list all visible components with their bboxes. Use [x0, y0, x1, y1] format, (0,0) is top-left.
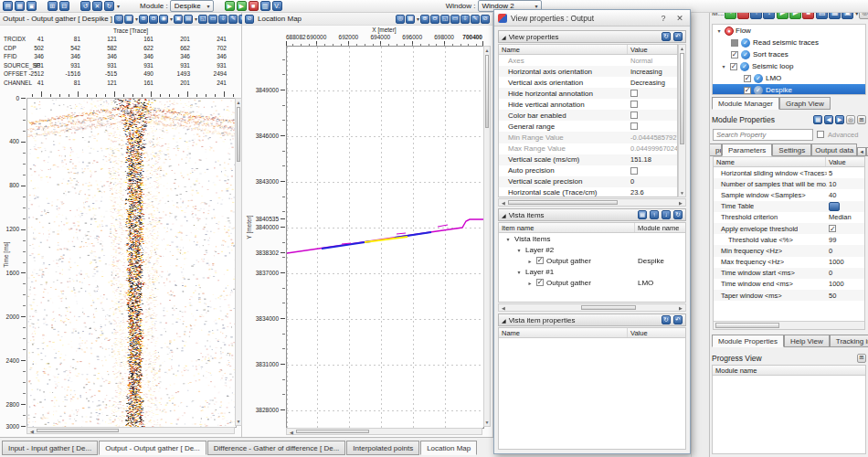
parameter-checkbox[interactable]: ✓ — [829, 225, 836, 232]
export-icon[interactable]: ⇩ — [218, 15, 228, 24]
module-checkbox[interactable] — [731, 51, 738, 58]
property-checkbox[interactable] — [630, 167, 638, 175]
rect-select-icon[interactable]: ▭ — [208, 15, 217, 24]
property-row[interactable]: AxesNormal — [499, 55, 677, 66]
flow-item-row[interactable]: ▾ ✓ Seismic loop — [713, 60, 865, 72]
property-row[interactable]: Vertical axis orientationDecreasing — [499, 77, 677, 88]
dock-icon[interactable]: ⊞ — [857, 115, 866, 124]
location-map-display[interactable] — [286, 46, 484, 429]
module-dropdown[interactable]: Despike▾ — [170, 0, 214, 12]
layers-icon[interactable]: ▦ — [406, 15, 415, 24]
add-layer-icon[interactable]: ▦ — [638, 210, 647, 219]
property-row[interactable]: General range — [499, 121, 677, 132]
layout-icon[interactable]: ▦ — [15, 1, 25, 11]
property-row[interactable]: Horizontal axis orientationIncreasing — [499, 66, 677, 77]
close-all-icon[interactable]: ✕ — [92, 1, 102, 11]
layer-visible-checkbox[interactable] — [536, 279, 544, 286]
scroll-up-icon[interactable]: ▲ — [236, 100, 241, 105]
gather-vscrollbar[interactable]: ▲ ▼ — [235, 98, 242, 426]
vista-tree-row[interactable]: ▸ Output gather LMO — [499, 277, 685, 288]
time-table-button[interactable] — [829, 202, 840, 211]
scroll-down-icon[interactable]: ▼ — [679, 190, 685, 196]
property-checkbox[interactable] — [630, 90, 638, 97]
property-checkbox[interactable] — [630, 101, 638, 108]
dock-icon[interactable]: ⊞ — [857, 354, 866, 363]
property-row[interactable]: Vertical scale (ms/cm)151.18 — [499, 154, 677, 165]
vista-hscrollbar[interactable]: ◀ ▶ — [498, 303, 686, 312]
dialog-titlebar[interactable]: View properties : Output ? ✕ — [494, 10, 690, 27]
property-checkbox[interactable] — [630, 122, 638, 130]
flow-item-row[interactable]: ✓ Sort traces — [713, 48, 865, 60]
property-row[interactable]: Vertical scale precision0 — [499, 176, 677, 187]
parameter-row[interactable]: Apply envelope threshold✓ — [714, 223, 864, 234]
collapse-icon[interactable]: ▾ — [504, 236, 512, 242]
refresh-icon[interactable]: ↻ — [662, 315, 671, 324]
stop-icon[interactable]: ■ — [249, 1, 259, 11]
pick-icon[interactable]: ◱ — [440, 15, 450, 24]
grid-icon[interactable]: ▣ — [174, 15, 183, 24]
module-checkbox[interactable] — [744, 75, 751, 82]
tab-parameters[interactable]: Parameters — [722, 143, 772, 156]
prev-module-icon[interactable]: ◀ — [824, 115, 833, 124]
tab-module-properties[interactable]: Module Properties — [712, 335, 784, 347]
scroll-right-icon[interactable]: ▶ — [677, 305, 684, 311]
scroll-left-icon[interactable]: ◀ — [288, 430, 295, 435]
reset-icon[interactable]: ▦ — [813, 115, 822, 124]
pick-icon[interactable]: ◱ — [198, 15, 207, 24]
expand-icon[interactable]: ▸ — [526, 258, 534, 264]
tab-output-gather[interactable]: Output - Output gather [ De... — [99, 441, 206, 455]
collapse-icon[interactable]: ▾ — [715, 27, 723, 34]
view-properties-section-header[interactable]: ◢ View properties ↻ ↶ — [498, 30, 686, 43]
collapse-icon[interactable]: ▾ — [515, 269, 523, 275]
collapse-icon[interactable]: ◢ — [502, 34, 506, 40]
tab-graph-view[interactable]: Graph View — [779, 97, 831, 110]
vista-tree-row[interactable]: ▾ Vista Items — [499, 233, 685, 244]
tab-input-data[interactable]: put data — [710, 143, 722, 156]
chevron-down-icon[interactable]: ▾ — [417, 16, 419, 22]
next-module-icon[interactable]: ▶ — [835, 115, 844, 124]
export-icon[interactable]: ⇩ — [460, 15, 470, 24]
dock-icon[interactable]: ⊞ — [48, 1, 58, 11]
scroll-down-icon[interactable]: ▼ — [236, 419, 241, 424]
property-row[interactable]: Max Range Value0.04499967024 — [499, 143, 677, 154]
scroll-up-icon[interactable]: ▲ — [484, 48, 490, 53]
undock-icon[interactable]: ⊟ — [59, 1, 69, 11]
search-input[interactable] — [713, 129, 813, 141]
parameter-row[interactable]: Time window start <ms>0 — [714, 268, 864, 279]
gather-hscrollbar[interactable]: ◀ — [26, 427, 235, 434]
scroll-right-icon[interactable]: ▶ — [677, 200, 684, 206]
scroll-up-icon[interactable]: ▲ — [679, 46, 685, 51]
scroll-left-icon[interactable]: ◀ — [500, 305, 507, 311]
property-row[interactable]: Hide vertical annotation — [499, 99, 677, 110]
property-row[interactable]: Auto precision — [499, 165, 677, 176]
dialog-vscrollbar[interactable]: ▲ ▼ — [678, 44, 686, 197]
tab-output-data[interactable]: Output data — [811, 143, 857, 156]
undo-icon[interactable]: ↺ — [80, 1, 90, 11]
scroll-down-icon[interactable]: ▼ — [484, 420, 490, 425]
tab-module-manager[interactable]: Module Manager — [712, 97, 779, 110]
map-vscrollbar[interactable]: ▲ ▼ — [483, 46, 491, 427]
module-checkbox[interactable] — [744, 87, 751, 94]
run-step-icon[interactable]: ▶ — [237, 1, 247, 11]
parameter-row[interactable]: Taper window <ms>50 — [714, 290, 864, 301]
collapse-icon[interactable]: ▾ — [515, 247, 523, 253]
tab-location-map[interactable]: Location Map — [420, 441, 477, 455]
display-mode-icon[interactable]: ▤ — [184, 15, 193, 24]
pen-icon[interactable]: ✎ — [471, 15, 480, 24]
close-button[interactable]: ✕ — [673, 14, 686, 23]
property-row[interactable]: Color bar enabled — [499, 110, 677, 121]
property-row[interactable]: Horizontal scale (Trace/cm)23.6 — [499, 187, 677, 197]
tab-scroll-left-icon[interactable]: ◂ — [857, 147, 866, 156]
property-row[interactable]: Min Range Value-0.04445857927 — [499, 132, 677, 143]
zoom-select-icon[interactable]: ◉ — [159, 15, 168, 24]
window-icon[interactable]: ▣ — [26, 1, 37, 11]
layers-icon[interactable]: ▦ — [124, 15, 133, 24]
tab-difference-gather[interactable]: Difference - Gather of difference [ De..… — [207, 441, 346, 455]
refresh-icon[interactable]: ↻ — [104, 1, 114, 11]
revert-icon[interactable]: ↶ — [673, 315, 683, 324]
revert-icon[interactable]: ↶ — [673, 32, 683, 41]
refresh-icon[interactable]: ↻ — [673, 210, 683, 219]
parameter-row[interactable]: Min frequency <Hz>0 — [714, 245, 864, 256]
tab-settings[interactable]: Settings — [772, 143, 811, 156]
save-icon[interactable]: ▤ — [3, 1, 13, 11]
